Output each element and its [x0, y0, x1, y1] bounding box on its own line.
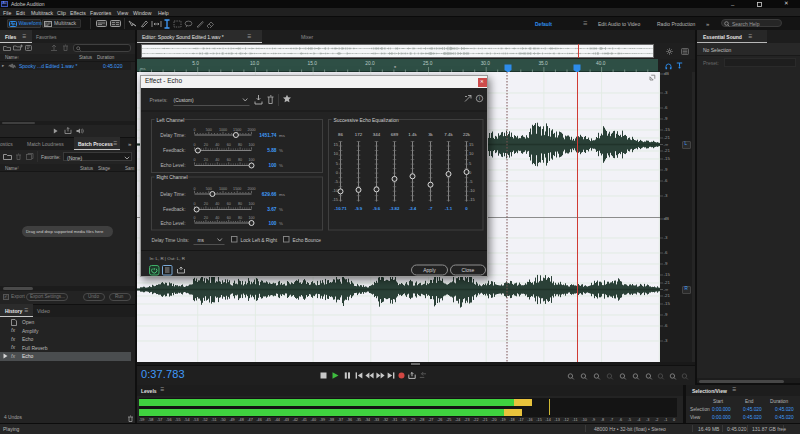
svg-text:Close: Close [461, 267, 474, 273]
svg-text:Feedback:: Feedback: [163, 207, 185, 212]
svg-text:22k: 22k [462, 132, 470, 137]
svg-text:0: 0 [193, 128, 195, 132]
svg-text:500: 500 [205, 128, 211, 132]
svg-text:172: 172 [354, 132, 362, 137]
svg-text:1.4k: 1.4k [408, 132, 417, 137]
svg-text:5: 5 [469, 161, 472, 166]
svg-text:ms: ms [279, 192, 286, 197]
svg-text:%: % [279, 221, 283, 226]
svg-text:40: 40 [215, 202, 219, 206]
svg-text:20: 20 [203, 202, 207, 206]
svg-text:80: 80 [238, 158, 242, 162]
svg-text:100: 100 [268, 163, 276, 168]
svg-text:10: 10 [469, 151, 474, 156]
svg-text:7.4k: 7.4k [444, 132, 453, 137]
svg-text:Echo Level:: Echo Level: [160, 163, 185, 168]
svg-text:40: 40 [215, 158, 219, 162]
svg-text:20: 20 [203, 216, 207, 220]
svg-text:Delay Time Units:: Delay Time Units: [151, 238, 189, 243]
svg-text:500: 500 [205, 187, 211, 191]
svg-text:(Custom): (Custom) [173, 98, 193, 103]
svg-text:-5: -5 [469, 179, 473, 184]
svg-text:0: 0 [193, 187, 195, 191]
svg-text:Left Channel: Left Channel [156, 118, 184, 123]
svg-text:5: 5 [335, 161, 338, 166]
svg-text:In: L, R | Out: L, R: In: L, R | Out: L, R [149, 256, 184, 261]
svg-text:1451.74: 1451.74 [259, 133, 277, 138]
svg-text:344: 344 [372, 132, 380, 137]
svg-text:689: 689 [390, 132, 398, 137]
svg-text:-3.82: -3.82 [389, 206, 400, 211]
svg-text:Delay Time:: Delay Time: [160, 133, 185, 138]
svg-text:60: 60 [226, 158, 230, 162]
svg-text:60: 60 [226, 216, 230, 220]
svg-text:40: 40 [215, 143, 219, 147]
svg-text:-15: -15 [332, 197, 339, 202]
svg-text:0: 0 [193, 216, 195, 220]
svg-text:60: 60 [226, 143, 230, 147]
svg-text:100: 100 [248, 216, 254, 220]
svg-text:80: 80 [238, 202, 242, 206]
svg-text:1500: 1500 [233, 187, 241, 191]
svg-text:Apply: Apply [423, 267, 436, 273]
svg-text:-15: -15 [469, 197, 476, 202]
svg-text:-1.1: -1.1 [444, 206, 452, 211]
svg-text:10: 10 [333, 151, 338, 156]
svg-text:-9.9: -9.9 [354, 206, 362, 211]
svg-text:1000: 1000 [218, 187, 226, 191]
svg-text:15: 15 [469, 142, 474, 147]
svg-text:0: 0 [193, 202, 195, 206]
svg-text:Delay Time:: Delay Time: [160, 192, 185, 197]
svg-text:629.66: 629.66 [261, 192, 276, 197]
svg-text:0: 0 [193, 143, 195, 147]
svg-text:100: 100 [248, 202, 254, 206]
svg-text:i: i [478, 96, 479, 101]
svg-text:-10.71: -10.71 [334, 206, 347, 211]
svg-text:40: 40 [215, 216, 219, 220]
svg-text:-5: -5 [334, 179, 338, 184]
svg-text:Right Channel: Right Channel [156, 175, 187, 180]
svg-text:ms: ms [197, 238, 204, 243]
svg-text:%: % [279, 148, 283, 153]
svg-text:100: 100 [268, 221, 276, 226]
svg-text:1000: 1000 [218, 128, 226, 132]
svg-text:5.88: 5.88 [267, 148, 277, 153]
svg-text:%: % [279, 163, 283, 168]
svg-text:ms: ms [279, 133, 286, 138]
svg-text:-2.4: -2.4 [408, 206, 416, 211]
svg-text:-7: -7 [428, 206, 432, 211]
svg-text:0: 0 [465, 206, 468, 211]
svg-text:60: 60 [226, 202, 230, 206]
svg-text:Feedback:: Feedback: [163, 148, 185, 153]
svg-text:100: 100 [248, 143, 254, 147]
svg-text:-9.6: -9.6 [372, 206, 380, 211]
svg-text:0: 0 [193, 158, 195, 162]
svg-text:%: % [279, 207, 283, 212]
svg-text:2000: 2000 [247, 128, 255, 132]
svg-text:100: 100 [248, 158, 254, 162]
svg-text:-10: -10 [469, 188, 476, 193]
svg-text:20: 20 [203, 143, 207, 147]
svg-text:15: 15 [333, 142, 338, 147]
svg-text:20: 20 [203, 158, 207, 162]
svg-text:Presets:: Presets: [149, 98, 167, 103]
svg-text:0: 0 [335, 170, 338, 175]
svg-text:1500: 1500 [233, 128, 241, 132]
svg-text:Echo Level:: Echo Level: [160, 221, 185, 226]
svg-text:80: 80 [238, 143, 242, 147]
svg-text:Echo Bounce: Echo Bounce [292, 238, 321, 243]
svg-text:86: 86 [338, 132, 343, 137]
svg-text:3.67: 3.67 [267, 207, 277, 212]
svg-text:3k: 3k [428, 132, 433, 137]
svg-text:80: 80 [238, 216, 242, 220]
svg-text:2000: 2000 [247, 187, 255, 191]
svg-text:Successive Echo Equalization: Successive Echo Equalization [333, 118, 399, 123]
svg-text:Lock Left & Right: Lock Left & Right [240, 238, 277, 243]
